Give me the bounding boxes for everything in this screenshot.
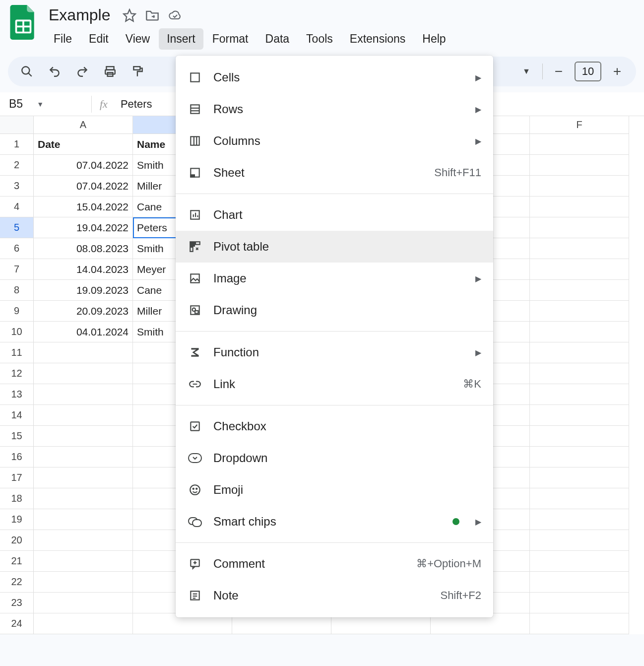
- cell[interactable]: 07.04.2022: [34, 155, 133, 176]
- move-icon[interactable]: [145, 8, 159, 22]
- cell[interactable]: 08.08.2023: [34, 238, 133, 259]
- redo-icon[interactable]: [75, 65, 89, 78]
- cell[interactable]: [530, 155, 629, 176]
- cell[interactable]: [530, 280, 629, 301]
- row-header-20[interactable]: 20: [0, 530, 34, 551]
- cell[interactable]: Date: [34, 134, 133, 155]
- menu-tools[interactable]: Tools: [298, 28, 341, 50]
- cell[interactable]: [530, 426, 629, 447]
- menu-item-dropdown[interactable]: Dropdown: [176, 442, 493, 474]
- cell[interactable]: 20.09.2023: [34, 301, 133, 322]
- cell[interactable]: [530, 572, 629, 593]
- menu-item-cells[interactable]: Cells▶: [176, 62, 493, 93]
- row-header-11[interactable]: 11: [0, 342, 34, 363]
- cell[interactable]: 07.04.2022: [34, 176, 133, 197]
- menu-item-rows[interactable]: Rows▶: [176, 93, 493, 125]
- row-header-8[interactable]: 8: [0, 280, 34, 301]
- row-header-22[interactable]: 22: [0, 572, 34, 593]
- menu-data[interactable]: Data: [258, 28, 298, 50]
- row-header-17[interactable]: 17: [0, 467, 34, 488]
- menu-file[interactable]: File: [46, 28, 80, 50]
- sheets-app-icon[interactable]: [10, 5, 37, 40]
- row-header-5[interactable]: 5: [0, 217, 34, 238]
- row-header-10[interactable]: 10: [0, 322, 34, 342]
- row-header-21[interactable]: 21: [0, 551, 34, 572]
- search-icon[interactable]: [20, 65, 34, 78]
- zoom-in-icon[interactable]: +: [610, 65, 624, 78]
- row-header-12[interactable]: 12: [0, 363, 34, 384]
- caret-down-icon[interactable]: ▼: [519, 65, 533, 78]
- row-header-13[interactable]: 13: [0, 384, 34, 405]
- print-icon[interactable]: [103, 65, 117, 78]
- cell[interactable]: [530, 613, 629, 634]
- row-header-15[interactable]: 15: [0, 426, 34, 447]
- name-box[interactable]: B5 ▼: [9, 97, 83, 111]
- cell[interactable]: [34, 384, 133, 405]
- cell[interactable]: [34, 467, 133, 488]
- column-header-F[interactable]: F: [530, 116, 629, 134]
- row-header-23[interactable]: 23: [0, 593, 34, 613]
- menu-help[interactable]: Help: [414, 28, 453, 50]
- zoom-value[interactable]: 10: [575, 62, 601, 81]
- paint-format-icon[interactable]: [131, 65, 145, 78]
- menu-item-function[interactable]: Function▶: [176, 336, 493, 368]
- cell[interactable]: [530, 259, 629, 280]
- cell[interactable]: [530, 301, 629, 322]
- cell[interactable]: [530, 551, 629, 572]
- cell[interactable]: [34, 593, 133, 613]
- cell[interactable]: 14.04.2023: [34, 259, 133, 280]
- cell[interactable]: [34, 426, 133, 447]
- menu-item-pivot-table[interactable]: Pivot table: [176, 231, 493, 263]
- menu-insert[interactable]: Insert: [159, 28, 203, 50]
- undo-icon[interactable]: [48, 65, 62, 78]
- menu-item-note[interactable]: NoteShift+F2: [176, 580, 493, 611]
- cell[interactable]: [34, 572, 133, 593]
- select-all-corner[interactable]: [0, 116, 34, 134]
- cell[interactable]: [34, 342, 133, 363]
- menu-item-sheet[interactable]: SheetShift+F11: [176, 157, 493, 189]
- menu-item-drawing[interactable]: Drawing: [176, 294, 493, 326]
- cell[interactable]: [530, 217, 629, 238]
- row-header-24[interactable]: 24: [0, 613, 34, 634]
- cell[interactable]: [34, 447, 133, 467]
- column-header-A[interactable]: A: [34, 116, 133, 134]
- menu-item-link[interactable]: Link⌘K: [176, 368, 493, 400]
- cell[interactable]: [530, 134, 629, 155]
- cell[interactable]: 15.04.2022: [34, 197, 133, 217]
- cloud-status-icon[interactable]: [168, 8, 182, 22]
- menu-item-emoji[interactable]: Emoji: [176, 474, 493, 506]
- menu-item-checkbox[interactable]: Checkbox: [176, 410, 493, 442]
- cell[interactable]: [34, 405, 133, 426]
- menu-item-columns[interactable]: Columns▶: [176, 125, 493, 157]
- zoom-out-icon[interactable]: −: [552, 65, 566, 78]
- row-header-7[interactable]: 7: [0, 259, 34, 280]
- cell[interactable]: [530, 322, 629, 342]
- cell[interactable]: [530, 238, 629, 259]
- row-header-19[interactable]: 19: [0, 509, 34, 530]
- menu-item-chart[interactable]: Chart: [176, 199, 493, 231]
- cell[interactable]: [530, 342, 629, 363]
- menu-extensions[interactable]: Extensions: [342, 28, 414, 50]
- cell[interactable]: [530, 467, 629, 488]
- cell[interactable]: [530, 363, 629, 384]
- row-header-6[interactable]: 6: [0, 238, 34, 259]
- cell[interactable]: 04.01.2024: [34, 322, 133, 342]
- cell[interactable]: [530, 384, 629, 405]
- cell[interactable]: [34, 613, 133, 634]
- row-header-16[interactable]: 16: [0, 447, 34, 467]
- formula-input[interactable]: Peters: [116, 98, 152, 111]
- menu-edit[interactable]: Edit: [81, 28, 117, 50]
- cell[interactable]: [530, 447, 629, 467]
- menu-item-smart-chips[interactable]: Smart chips▶: [176, 506, 493, 537]
- cell[interactable]: [530, 405, 629, 426]
- cell[interactable]: [530, 509, 629, 530]
- row-header-14[interactable]: 14: [0, 405, 34, 426]
- menu-view[interactable]: View: [118, 28, 158, 50]
- row-header-9[interactable]: 9: [0, 301, 34, 322]
- menu-item-comment[interactable]: Comment⌘+Option+M: [176, 548, 493, 580]
- row-header-18[interactable]: 18: [0, 488, 34, 509]
- row-header-3[interactable]: 3: [0, 176, 34, 197]
- row-header-4[interactable]: 4: [0, 197, 34, 217]
- cell[interactable]: [34, 551, 133, 572]
- cell[interactable]: [34, 530, 133, 551]
